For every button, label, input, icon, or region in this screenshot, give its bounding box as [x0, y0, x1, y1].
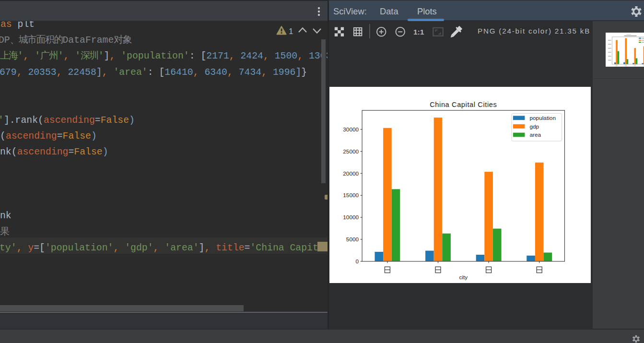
svg-text:area: area [530, 131, 541, 138]
svg-text:gdp: gdp [530, 123, 539, 130]
svg-text:China Capital Cities: China Capital Cities [430, 101, 497, 108]
svg-text:5000: 5000 [346, 236, 359, 243]
svg-text:city: city [459, 274, 468, 281]
svg-text:1:1: 1:1 [413, 28, 424, 36]
svg-text:15000: 15000 [343, 192, 359, 199]
svg-text:30000: 30000 [343, 126, 359, 133]
svg-text:1: 1 [289, 27, 293, 36]
svg-text:10000: 10000 [343, 214, 359, 221]
svg-text:0: 0 [356, 258, 359, 265]
svg-text:population: population [530, 115, 556, 121]
svg-text:25000: 25000 [343, 148, 359, 155]
svg-text:20000: 20000 [343, 170, 359, 177]
